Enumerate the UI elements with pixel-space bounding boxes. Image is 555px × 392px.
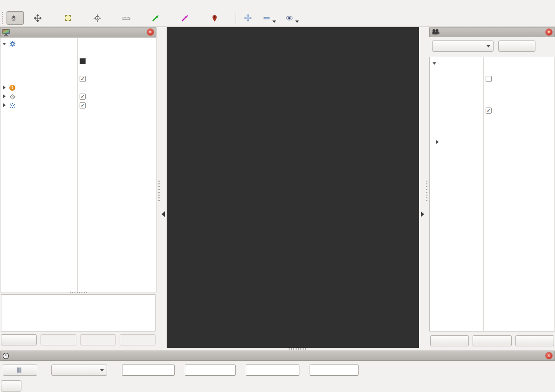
rename-button[interactable] <box>120 334 156 345</box>
time-panel-header[interactable]: ✕ <box>0 351 555 361</box>
save-view-button[interactable] <box>430 335 469 346</box>
rviz-window: { "menu": { "items": [ { "accel": "F", "… <box>0 0 555 392</box>
ros-elapsed-field[interactable] <box>185 365 236 376</box>
measure-tool-button[interactable] <box>119 11 136 25</box>
remove-button[interactable] <box>80 334 116 345</box>
menu-bar <box>0 0 555 9</box>
select-tool-button[interactable] <box>61 11 78 25</box>
view-row-current-view[interactable] <box>430 59 555 67</box>
toolbar-drag-handle[interactable] <box>2 12 5 24</box>
views-type-row <box>429 40 555 52</box>
views-panel-header[interactable]: ✕ <box>429 27 555 37</box>
expander-icon[interactable] <box>2 86 7 90</box>
remove-tool-button[interactable] <box>259 9 281 27</box>
remove-tool-dropdown-arrow-icon[interactable] <box>272 12 277 24</box>
displays-icon <box>2 29 10 36</box>
view-type-combobox[interactable] <box>432 41 494 52</box>
focal-shape-checkbox[interactable]: ✓ <box>486 108 492 114</box>
view-row-invert-z[interactable] <box>430 75 555 83</box>
view-row-distance[interactable] <box>430 91 555 99</box>
remove-view-button[interactable] <box>473 335 511 346</box>
ruler-icon <box>122 14 130 22</box>
views-tree: ✓ <box>429 57 555 331</box>
views-buttons <box>430 335 554 346</box>
time-panel: ✕ <box>0 351 555 392</box>
invert-z-checkbox[interactable] <box>486 76 492 82</box>
view-row-field-of-view[interactable] <box>430 130 555 138</box>
pause-button[interactable] <box>3 365 37 376</box>
view-row-yaw[interactable] <box>430 115 555 122</box>
expander-icon[interactable] <box>433 61 437 66</box>
rename-view-button[interactable] <box>515 335 554 346</box>
add-tool-button[interactable] <box>241 11 257 25</box>
warning-icon: ! <box>9 85 15 91</box>
background-color-value[interactable] <box>77 58 156 64</box>
interact-tool-button[interactable] <box>7 11 24 25</box>
pose-estimate-tool-button[interactable] <box>149 11 166 25</box>
map-pin-icon <box>210 14 218 22</box>
display-row-global-status[interactable]: ! <box>0 83 156 92</box>
displays-panel-header[interactable]: ✕ <box>0 27 156 37</box>
view-row-target-frame[interactable] <box>430 83 555 91</box>
views-close-icon[interactable]: ✕ <box>545 28 553 36</box>
magenta-arrow-icon <box>181 14 189 22</box>
time-controls-row <box>3 364 553 377</box>
chevron-down-icon <box>487 45 490 47</box>
synchronization-combobox[interactable] <box>51 365 107 376</box>
publish-point-tool-button[interactable] <box>207 11 224 25</box>
move-camera-tool-button[interactable] <box>30 11 47 25</box>
display-row-background-color[interactable] <box>0 57 156 66</box>
displays-close-icon[interactable]: ✕ <box>147 28 154 36</box>
reset-button[interactable] <box>1 380 21 392</box>
green-arrow-icon <box>152 14 160 22</box>
display-row-global-options[interactable] <box>0 39 156 48</box>
time-close-icon[interactable]: ✕ <box>545 352 553 359</box>
expander-icon[interactable] <box>2 103 7 108</box>
view-row-focal-point[interactable] <box>430 138 555 146</box>
view-row-focal-shape-fixed[interactable]: ✓ <box>430 107 555 115</box>
expander-icon[interactable] <box>2 95 7 99</box>
view-row-focal-shape-size[interactable] <box>430 99 555 107</box>
add-button[interactable] <box>1 334 37 345</box>
tool-visibility-dropdown-arrow-icon[interactable] <box>295 12 299 24</box>
menu-help[interactable] <box>17 4 25 6</box>
collapse-left-arrow-icon[interactable] <box>162 211 165 217</box>
default-light-checkbox[interactable]: ✓ <box>80 76 86 82</box>
menu-file[interactable] <box>0 4 8 6</box>
property-help-box <box>1 294 156 331</box>
displays-buttons <box>1 334 156 345</box>
hand-icon <box>10 14 18 22</box>
duplicate-button[interactable] <box>41 334 76 345</box>
move-arrows-icon <box>34 14 41 22</box>
gear-icon <box>9 41 16 47</box>
grid-checkbox[interactable]: ✓ <box>80 94 86 100</box>
display-row-frame-rate[interactable] <box>0 66 156 74</box>
nav-goal-tool-button[interactable] <box>178 11 195 25</box>
wall-elapsed-field[interactable] <box>310 365 359 376</box>
time-splitter-handle[interactable] <box>289 348 307 350</box>
tool-visibility-button[interactable] <box>282 9 304 27</box>
view-row-pitch[interactable] <box>430 122 555 130</box>
wall-time-field[interactable] <box>246 365 299 376</box>
views-panel: ✕ <box>429 27 555 348</box>
display-row-pointcloud2[interactable]: ✓ <box>0 101 156 110</box>
displays-tree: ✓ ! ✓ ✓ <box>0 37 156 292</box>
splitter-dots <box>426 181 427 202</box>
ros-time-field[interactable] <box>122 365 175 376</box>
view-row-near-clip[interactable] <box>430 67 555 75</box>
displays-splitter-handle[interactable] <box>70 292 87 293</box>
left-splitter[interactable] <box>156 27 167 348</box>
grid-icon <box>9 94 16 100</box>
collapse-right-arrow-icon[interactable] <box>421 211 424 217</box>
right-splitter[interactable] <box>419 27 429 348</box>
expander-icon[interactable] <box>2 41 7 46</box>
3d-viewport[interactable] <box>167 27 419 348</box>
display-row-default-light[interactable]: ✓ <box>0 74 156 83</box>
zero-button[interactable] <box>498 41 535 52</box>
display-row-grid[interactable]: ✓ <box>0 92 156 101</box>
menu-panels[interactable] <box>8 4 17 6</box>
display-row-fixed-frame[interactable] <box>0 48 156 57</box>
expander-icon[interactable] <box>435 140 440 145</box>
pointcloud2-checkbox[interactable]: ✓ <box>80 102 86 108</box>
focus-camera-tool-button[interactable] <box>90 11 107 25</box>
